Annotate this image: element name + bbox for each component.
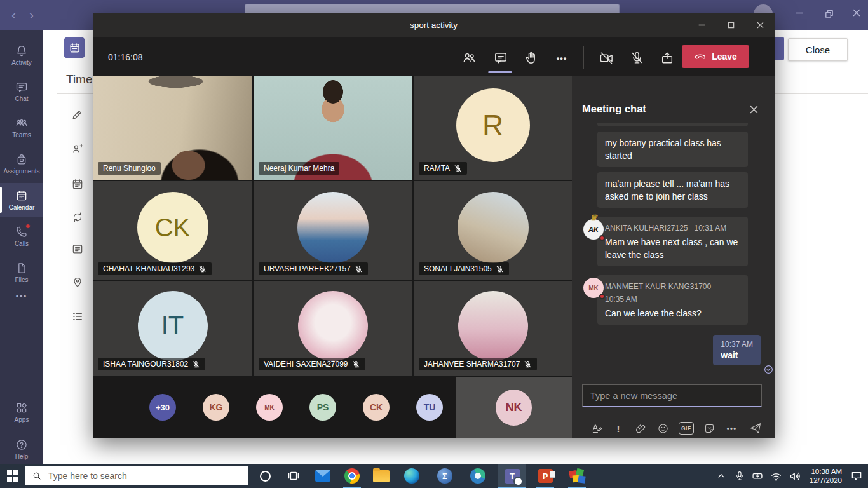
tray-mic-icon[interactable]	[733, 470, 746, 482]
sidebar-item-assignments[interactable]: Assignments	[0, 147, 43, 180]
taskbar-app-explorer[interactable]	[367, 464, 395, 488]
close-chat-icon[interactable]	[747, 103, 760, 116]
chat-message-list[interactable]: my botany practical class has started ma…	[572, 123, 775, 381]
taskbar-app-mail[interactable]	[309, 464, 337, 488]
chat-button[interactable]	[493, 50, 508, 65]
sidebar-item-apps[interactable]: Apps	[0, 395, 43, 429]
participant-avatar[interactable]: PS	[309, 394, 336, 421]
webex-icon	[470, 468, 485, 484]
gif-icon[interactable]: GIF	[679, 422, 694, 435]
spotlight-tile[interactable]: NK	[456, 377, 572, 438]
video-tile[interactable]: R RAMTA	[414, 76, 572, 180]
avatar-initials: MK	[588, 285, 599, 292]
participant-name: JAHANVEE SHARMA31707	[424, 360, 520, 369]
participant-avatar[interactable]: TU	[416, 394, 443, 421]
share-screen-button[interactable]	[660, 50, 675, 65]
more-options-icon[interactable]: •••	[726, 422, 738, 435]
minimize-icon[interactable]	[796, 9, 803, 17]
video-tile[interactable]: SONALI JAIN31505	[414, 181, 572, 280]
attach-icon[interactable]	[634, 422, 647, 435]
chat-message-group: MK MANMEET KAUR KANG3170010:35 AM Can we…	[572, 275, 775, 325]
participant-name: VAIDEHI SAXENA27099	[264, 360, 348, 369]
avatar-initials: NK	[506, 401, 522, 414]
sticker-icon[interactable]	[703, 422, 716, 435]
close-button[interactable]: Close	[788, 38, 848, 61]
start-button[interactable]	[0, 464, 25, 488]
camera-toggle-button[interactable]	[599, 50, 614, 65]
video-tile[interactable]: VAIDEHI SAXENA27099	[254, 281, 412, 376]
taskbar-app-edge[interactable]	[398, 464, 426, 488]
leave-button[interactable]: Leave	[682, 45, 749, 68]
sidebar-item-chat[interactable]: Chat	[0, 74, 43, 108]
avatar-photo	[458, 291, 528, 361]
video-tile[interactable]: Neeraj Kumar Mehra	[254, 76, 412, 180]
format-icon[interactable]	[590, 422, 602, 435]
video-tile[interactable]: Renu Shungloo	[93, 76, 252, 180]
clock-time: 10:38 AM	[810, 467, 842, 476]
participant-nameplate: Renu Shungloo	[98, 162, 161, 175]
taskbar-app-chrome[interactable]	[338, 464, 366, 488]
sidebar-item-help[interactable]: Help	[0, 432, 43, 466]
taskbar-app-math[interactable]: Σ	[431, 464, 459, 488]
tray-volume-icon[interactable]	[789, 470, 801, 482]
muted-mic-icon	[524, 360, 532, 369]
minimize-icon[interactable]	[687, 13, 716, 37]
taskbar-app-webex[interactable]	[464, 464, 492, 488]
powerpoint-icon: P	[538, 469, 553, 483]
avatar: IT	[138, 291, 208, 361]
sidebar-item-calls[interactable]: Calls	[0, 219, 43, 253]
task-view-button[interactable]	[280, 464, 308, 488]
taskbar-app-powerpoint[interactable]: P	[531, 464, 559, 488]
forward-icon[interactable]: ›	[29, 6, 34, 24]
system-tray: 10:38 AM 12/7/2020	[715, 464, 868, 488]
search-icon	[32, 471, 42, 481]
send-icon[interactable]	[749, 422, 762, 435]
help-icon	[15, 438, 28, 451]
taskbar-search-input[interactable]	[47, 470, 241, 482]
overflow-count-avatar[interactable]: +30	[149, 394, 176, 421]
video-tile[interactable]: IT ISHAA TAINGOUR31802	[93, 281, 252, 376]
taskbar-search[interactable]	[25, 466, 248, 485]
emoji-icon[interactable]	[656, 422, 669, 435]
close-icon[interactable]	[853, 9, 860, 17]
back-icon[interactable]: ‹	[11, 6, 16, 24]
participants-button[interactable]	[461, 50, 477, 65]
participant-avatar[interactable]: CK	[363, 394, 390, 421]
recurrence-icon	[71, 211, 84, 224]
taskbar-app-blocks[interactable]	[563, 464, 591, 488]
mic-toggle-button[interactable]	[629, 50, 644, 65]
restore-icon[interactable]	[824, 9, 834, 18]
importance-icon[interactable]: !	[612, 422, 625, 435]
participant-avatar[interactable]: KG	[203, 394, 229, 421]
meeting-titlebar[interactable]: sport activity	[93, 13, 775, 37]
video-tile[interactable]: JAHANVEE SHARMA31707	[414, 281, 572, 376]
sidebar-item-teams[interactable]: Teams	[0, 111, 43, 144]
participant-nameplate: RAMTA	[419, 162, 467, 175]
clock[interactable]: 10:38 AM 12/7/2020	[810, 467, 842, 485]
cortana-button[interactable]	[251, 464, 279, 488]
sidebar-item-activity[interactable]: Activity	[0, 38, 43, 72]
tray-chevron-icon[interactable]	[715, 470, 728, 482]
meeting-timer: 01:16:08	[108, 52, 143, 62]
sidebar-item-calendar[interactable]: Calendar	[0, 183, 43, 217]
video-tile[interactable]: CK CHAHAT KHANIJAU31293	[93, 181, 252, 280]
message-time: 10:35 AM	[605, 295, 637, 304]
message-time: 10:31 AM	[695, 224, 727, 233]
message-input[interactable]	[582, 384, 762, 407]
tray-battery-icon[interactable]	[752, 470, 764, 482]
tray-wifi-icon[interactable]	[770, 470, 783, 482]
avatar-initials: AK	[588, 226, 599, 233]
action-center-icon[interactable]	[850, 470, 863, 482]
participant-avatar[interactable]: MK	[256, 394, 283, 421]
sidebar-more-icon[interactable]: •••	[0, 292, 43, 301]
close-icon[interactable]	[745, 13, 775, 37]
maximize-icon[interactable]	[716, 13, 745, 37]
avatar-photo	[458, 192, 529, 263]
raise-hand-button[interactable]	[524, 50, 539, 65]
avatar-photo	[298, 291, 368, 361]
sidebar-item-files[interactable]: Files	[0, 255, 43, 289]
chrome-icon	[344, 468, 360, 484]
video-tile[interactable]: URVASHI PAREEK27157	[254, 181, 412, 280]
more-actions-button[interactable]: •••	[554, 50, 569, 65]
taskbar-app-teams[interactable]: T	[498, 464, 526, 488]
